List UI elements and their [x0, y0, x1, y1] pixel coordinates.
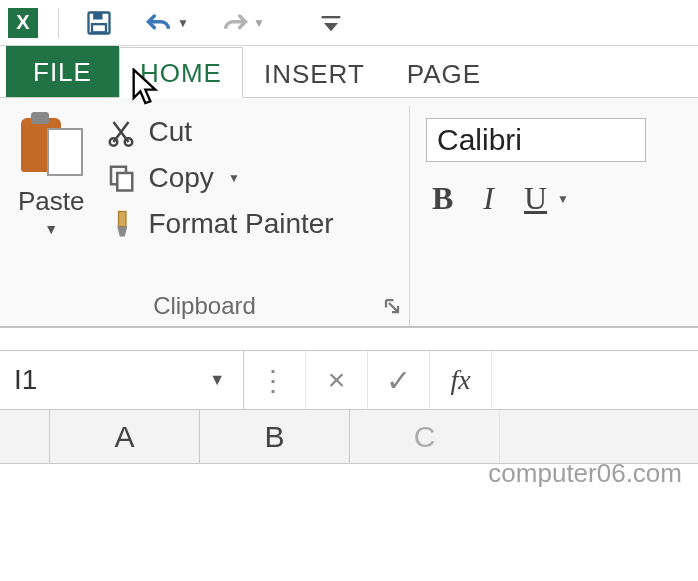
- clipboard-tool-list: Cut Copy ▼ Format Painter: [103, 116, 334, 288]
- redo-dropdown-icon[interactable]: ▼: [253, 16, 265, 30]
- copy-label: Copy: [149, 162, 214, 194]
- paintbrush-icon: [103, 208, 139, 240]
- ribbon-tabs: FILE HOME INSERT PAGE: [0, 46, 698, 98]
- copy-dropdown-icon[interactable]: ▼: [228, 171, 240, 185]
- undo-button[interactable]: ▼: [139, 5, 195, 41]
- format-painter-label: Format Painter: [149, 208, 334, 240]
- format-painter-button[interactable]: Format Painter: [103, 208, 334, 240]
- svg-marker-4: [324, 23, 338, 31]
- group-clipboard: Paste ▼ Cut Copy ▼: [0, 106, 410, 326]
- bold-button[interactable]: B: [432, 180, 453, 217]
- clipboard-dialog-launcher[interactable]: [383, 297, 401, 320]
- svg-rect-9: [118, 212, 126, 227]
- cancel-formula-button[interactable]: ×: [306, 351, 368, 409]
- watermark: computer06.com: [488, 458, 682, 489]
- excel-app-icon: [8, 8, 38, 38]
- undo-icon: [145, 9, 173, 37]
- column-header[interactable]: A: [50, 410, 200, 463]
- underline-button[interactable]: U: [524, 180, 547, 217]
- save-floppy-icon: [85, 9, 113, 37]
- qat-customize-button[interactable]: [311, 5, 351, 41]
- select-all-corner[interactable]: [0, 410, 50, 463]
- tab-file[interactable]: FILE: [6, 46, 119, 98]
- cut-button[interactable]: Cut: [103, 116, 334, 148]
- copy-icon: [103, 162, 139, 194]
- svg-rect-8: [117, 173, 132, 191]
- qat-separator: [58, 8, 59, 38]
- name-box-value: I1: [14, 364, 37, 396]
- tab-insert[interactable]: INSERT: [243, 48, 386, 98]
- column-header[interactable]: C: [350, 410, 500, 463]
- fx-icon: fx: [450, 364, 470, 396]
- ribbon: Paste ▼ Cut Copy ▼: [0, 98, 698, 328]
- customize-dropdown-icon: [317, 9, 345, 37]
- name-box-dropdown-icon[interactable]: ▼: [209, 371, 225, 389]
- redo-icon: [221, 9, 249, 37]
- clipboard-paste-icon: [19, 112, 83, 182]
- scissors-icon: [103, 116, 139, 148]
- tab-page-layout[interactable]: PAGE: [386, 48, 502, 98]
- grip-handle: ⋮: [244, 351, 306, 409]
- paste-label: Paste: [18, 186, 85, 217]
- dialog-launcher-icon: [383, 297, 401, 315]
- paste-button[interactable]: Paste ▼: [14, 112, 89, 288]
- undo-dropdown-icon[interactable]: ▼: [177, 16, 189, 30]
- name-box[interactable]: I1 ▼: [0, 351, 244, 409]
- group-font: B I U ▼: [410, 106, 698, 326]
- insert-function-button[interactable]: fx: [430, 351, 492, 409]
- font-style-row: B I U ▼: [426, 180, 682, 217]
- copy-button[interactable]: Copy ▼: [103, 162, 334, 194]
- svg-rect-1: [93, 12, 102, 19]
- formula-bar-row: I1 ▼ ⋮ × ✓ fx: [0, 350, 698, 410]
- svg-rect-2: [92, 24, 106, 32]
- tab-home[interactable]: HOME: [119, 47, 243, 98]
- column-header-row: A B C: [0, 410, 698, 464]
- enter-formula-button[interactable]: ✓: [368, 351, 430, 409]
- redo-button[interactable]: ▼: [215, 5, 271, 41]
- save-button[interactable]: [79, 5, 119, 41]
- cut-label: Cut: [149, 116, 193, 148]
- group-clipboard-title: Clipboard: [14, 288, 395, 322]
- paste-dropdown-icon[interactable]: ▼: [44, 221, 58, 237]
- column-header[interactable]: B: [200, 410, 350, 463]
- font-name-combo[interactable]: [426, 118, 646, 162]
- underline-dropdown-icon[interactable]: ▼: [557, 192, 569, 206]
- title-bar: ▼ ▼: [0, 0, 698, 46]
- italic-button[interactable]: I: [483, 180, 494, 217]
